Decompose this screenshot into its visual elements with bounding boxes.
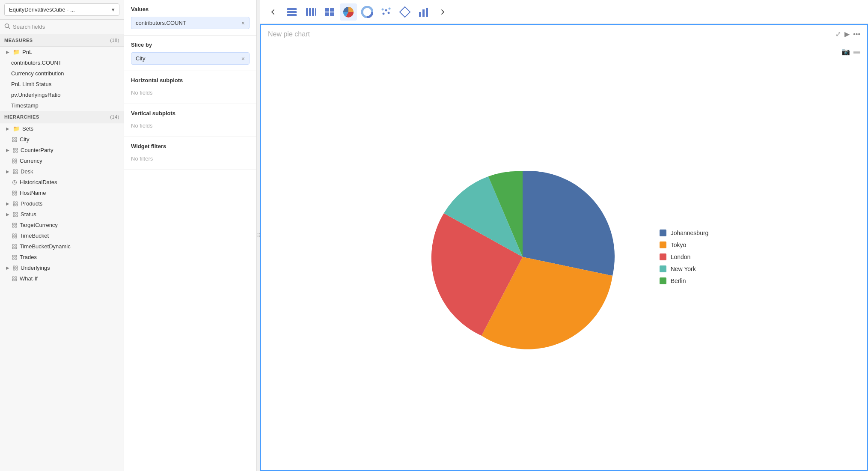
hierarchy-timebucketdynamic-item[interactable]: TimeBucketDynamic [0,241,124,252]
pie-chart-wrapper: Johannesburg Tokyo London New York [261,43,867,470]
table-cols-chart-button[interactable] [302,3,319,21]
nav-back-button[interactable] [265,3,282,21]
svg-marker-75 [400,7,410,17]
legend-item-newyork: New York [660,265,709,272]
svg-point-71 [385,9,387,11]
svg-rect-41 [12,244,14,246]
cube-selector[interactable]: EquityDerivativesCube - ... ▾ [4,3,119,16]
values-close-button[interactable]: × [241,20,245,26]
hierarchy-trades-item[interactable]: Trades [0,252,124,262]
values-field-label: contributors.COUNT [136,20,186,26]
hierarchy-hostname-item[interactable]: HostName [0,188,124,198]
values-field-chip[interactable]: contributors.COUNT × [131,17,250,29]
hierarchy-icon [13,169,18,174]
hierarchy-currency-item[interactable]: Currency [0,155,124,166]
hierarchy-sets-item[interactable]: ▶ 📁 Sets [0,123,124,134]
field-label: Timestamp [11,102,39,109]
camera-icon[interactable]: 📷 [841,48,850,56]
pie-chart-button[interactable] [340,3,357,21]
table-cross-chart-button[interactable] [321,3,338,21]
field-label: TimeBucket [20,233,49,239]
hierarchy-underlyings-item[interactable]: ▶ Underlyings [0,262,124,273]
diamond-chart-button[interactable] [396,3,413,21]
more-options-icon[interactable]: ••• [853,30,860,38]
horizontal-subplots-empty: No fields [131,88,250,98]
legend-label-berlin: Berlin [671,277,686,284]
more-charts-button[interactable] [434,3,451,21]
svg-rect-76 [419,12,421,17]
legend-item-tokyo: Tokyo [660,241,709,248]
widget-filters-title: Widget filters [131,143,250,149]
field-label: contributors.COUNT [11,60,62,66]
field-label: What-If [20,275,38,282]
svg-rect-35 [12,226,14,227]
measures-pv-underlyings-item[interactable]: pv.UnderlyingsRatio [0,89,124,100]
play-chart-icon[interactable]: ▶ [844,30,850,38]
slice-by-field-chip[interactable]: City × [131,52,250,65]
svg-point-74 [389,7,391,9]
chart-content: 📷 ▬ [261,43,867,470]
hierarchy-icon [12,255,17,260]
svg-rect-51 [13,268,15,270]
field-label: Products [21,200,42,207]
legend-color-tokyo [660,241,666,248]
chart-toolbar [260,0,868,24]
measures-pnl-item[interactable]: ▶ 📁 PnL [0,47,124,57]
scatter-chart-button[interactable] [378,3,395,21]
chart-title-bar: New pie chart ⤢ ▶ ••• [261,25,867,43]
expand-icon: ▶ [6,148,9,152]
svg-rect-21 [12,191,14,193]
svg-line-20 [15,182,16,183]
resize-handle[interactable]: ⠿ [257,0,260,471]
svg-rect-17 [16,172,18,174]
legend-label-tokyo: Tokyo [671,241,687,248]
field-label: City [20,136,29,143]
svg-point-70 [383,12,385,15]
donut-chart-button[interactable] [359,3,376,21]
svg-rect-5 [15,140,17,142]
hierarchy-whatif-item[interactable]: What-If [0,273,124,284]
measures-label: MEASURES [4,38,33,43]
bar-chart-button[interactable] [415,3,432,21]
measures-contributors-count-item[interactable]: contributors.COUNT [0,57,124,68]
hierarchy-city-item[interactable]: City [0,134,124,145]
slice-by-close-button[interactable]: × [241,56,245,62]
svg-rect-10 [12,159,14,161]
measures-pnl-limit-status-item[interactable]: PnL Limit Status [0,79,124,89]
hierarchy-targetcurrency-item[interactable]: TargetCurrency [0,220,124,230]
svg-rect-33 [12,223,14,225]
values-section: Values contributors.COUNT × [124,0,256,36]
expand-icon: ▶ [6,126,9,131]
legend-color-johannesburg [660,230,666,236]
hierarchy-desk-item[interactable]: ▶ Desk [0,166,124,177]
pie-chart-svg [420,154,625,360]
slice-by-title: Slice by [131,42,250,48]
legend-label-london: London [671,253,691,260]
cube-name: EquityDerivativesCube - ... [9,6,75,13]
hierarchies-label: HIERARCHIES [4,114,39,119]
svg-rect-46 [15,255,17,257]
field-label: Desk [21,168,33,175]
measures-timestamp-item[interactable]: Timestamp [0,100,124,111]
table-rows-chart-button[interactable] [283,3,300,21]
measures-currency-contribution-item[interactable]: Currency contribution [0,68,124,79]
svg-rect-44 [15,247,17,249]
hierarchy-status-item[interactable]: ▶ Status [0,209,124,220]
expand-chart-icon[interactable]: ⤢ [835,30,841,38]
hierarchy-counterparty-item[interactable]: ▶ CounterParty [0,145,124,155]
slice-by-field-label: City [136,55,145,62]
svg-rect-7 [16,148,18,150]
search-fields-label[interactable]: Search fields [13,24,45,30]
hierarchy-icon [13,265,18,271]
folder-icon: 📁 [13,49,20,55]
hierarchy-timebucket-item[interactable]: TimeBucket [0,230,124,241]
hierarchies-count: (14) [110,114,119,119]
svg-rect-67 [330,12,334,16]
hierarchy-historical-dates-item[interactable]: HistoricalDates [0,177,124,188]
hierarchy-products-item[interactable]: ▶ Products [0,198,124,209]
measures-count: (18) [110,38,119,43]
legend-color-london [660,253,666,260]
legend-item-berlin: Berlin [660,277,709,284]
image-icon[interactable]: ▬ [853,48,860,56]
legend-color-berlin [660,277,666,284]
